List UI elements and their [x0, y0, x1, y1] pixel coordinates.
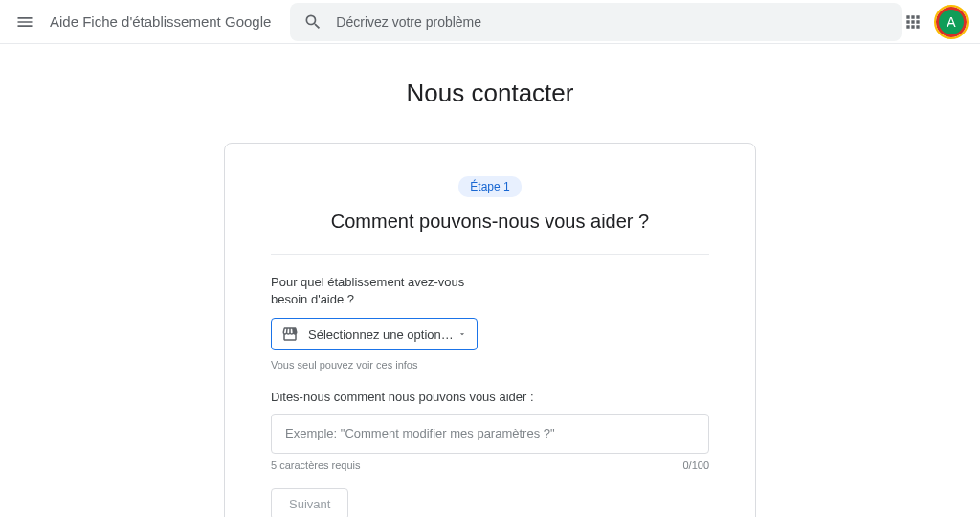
next-button[interactable]: Suivant	[271, 488, 348, 517]
char-count: 0/100	[682, 460, 709, 471]
avatar-letter: A	[947, 14, 955, 30]
establishment-label: Pour quel établissement avez-vous besoin…	[271, 274, 501, 308]
menu-button[interactable]	[13, 11, 36, 34]
describe-field-wrap	[271, 414, 709, 454]
storefront-icon	[281, 326, 299, 343]
apps-grid-icon	[903, 12, 923, 32]
describe-label: Dites-nous comment nous pouvons vous aid…	[271, 390, 709, 404]
search-box[interactable]	[290, 3, 902, 41]
header-right: A	[902, 7, 967, 37]
select-placeholder-text: Sélectionnez une option…	[308, 327, 457, 342]
step1-card: Étape 1 Comment pouvons-nous vous aider …	[224, 143, 756, 517]
char-row: 5 caractères requis 0/100	[271, 460, 709, 471]
dropdown-arrow-icon	[457, 329, 467, 339]
chars-required: 5 caractères requis	[271, 460, 361, 471]
establishment-select[interactable]: Sélectionnez une option…	[271, 318, 478, 350]
page-title: Nous contacter	[0, 79, 980, 108]
avatar[interactable]: A	[936, 7, 967, 37]
step1-heading: Comment pouvons-nous vous aider ?	[271, 211, 709, 255]
hamburger-icon	[15, 12, 34, 32]
search-input[interactable]	[336, 14, 888, 30]
search-icon	[303, 12, 323, 32]
describe-input[interactable]	[285, 426, 695, 440]
step-badge-wrap: Étape 1	[271, 176, 709, 197]
privacy-note: Vous seul pouvez voir ces infos	[271, 359, 709, 371]
app-title[interactable]: Aide Fiche d'établissement Google	[50, 13, 271, 30]
main-content: Nous contacter Étape 1 Comment pouvons-n…	[0, 44, 980, 517]
apps-button[interactable]	[902, 11, 924, 34]
step-badge: Étape 1	[458, 176, 521, 197]
app-header: Aide Fiche d'établissement Google A	[0, 0, 980, 44]
